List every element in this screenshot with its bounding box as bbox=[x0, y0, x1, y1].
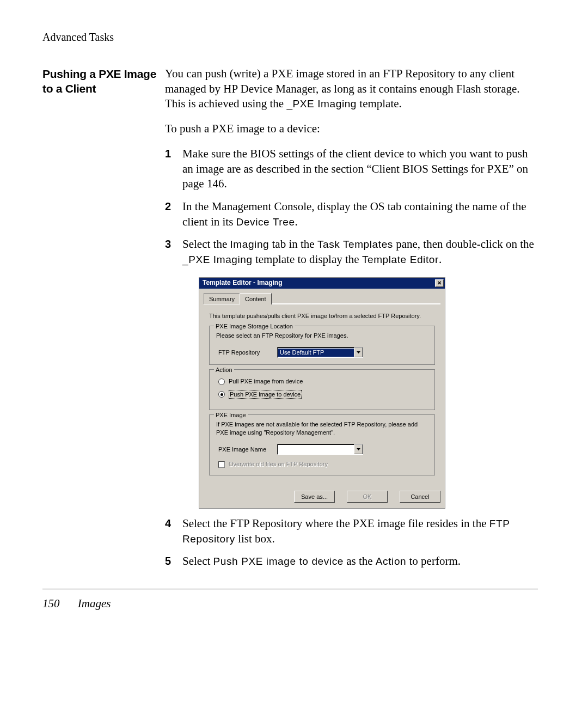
step-3-code-h: Template Editor bbox=[362, 254, 439, 265]
group-pxe-storage-legend: PXE Image Storage Location bbox=[214, 322, 295, 331]
step-4-text-c: list box. bbox=[235, 532, 275, 545]
step-3-text-c: tab in the bbox=[269, 237, 317, 251]
intro-code-1: _PXE Imaging bbox=[286, 98, 357, 109]
group-action-legend: Action bbox=[214, 366, 234, 374]
tab-summary[interactable]: Summary bbox=[204, 293, 240, 304]
step-number-2: 2 bbox=[165, 199, 182, 229]
group-pxe-image: PXE Image If PXE images are not availabl… bbox=[209, 414, 435, 475]
pxe-image-name-combo[interactable] bbox=[277, 444, 363, 455]
step-3-code-b: Imaging bbox=[230, 239, 269, 250]
radio-push-pxe[interactable]: Push PXE image to device bbox=[218, 390, 428, 399]
step-number-5: 5 bbox=[165, 554, 182, 569]
step-5-code-d: Action bbox=[376, 556, 406, 567]
ftp-repository-label: FTP Repository bbox=[218, 349, 267, 357]
radio-pull-pxe-label: Pull PXE image from device bbox=[229, 377, 303, 386]
radio-pull-pxe[interactable]: Pull PXE image from device bbox=[218, 377, 428, 386]
step-4-body: Select the FTP Repository where the PXE … bbox=[182, 516, 538, 546]
svg-marker-1 bbox=[357, 448, 360, 450]
step-2-code-b: Device Tree bbox=[236, 216, 295, 228]
pxe-image-name-label: PXE Image Name bbox=[218, 446, 267, 454]
intro-paragraph: You can push (write) a PXE image stored … bbox=[165, 66, 538, 112]
overwrite-checkbox[interactable]: Overwrite old files on FTP Repository bbox=[218, 460, 428, 468]
page-header: Advanced Tasks bbox=[42, 31, 538, 44]
radio-push-pxe-label: Push PXE image to device bbox=[229, 390, 302, 399]
group-pxe-storage-text: Please select an FTP Repository for PXE … bbox=[216, 332, 428, 340]
group-pxe-image-legend: PXE Image bbox=[214, 411, 248, 419]
checkbox-icon bbox=[218, 461, 225, 468]
ftp-repository-combo[interactable]: Use Default FTP bbox=[277, 347, 363, 358]
section-heading: Pushing a PXE Image to a Client bbox=[42, 66, 165, 96]
template-editor-dialog: Template Editor - Imaging ✕ Summary Cont… bbox=[199, 277, 445, 509]
group-pxe-image-text: If PXE images are not available for the … bbox=[216, 420, 428, 436]
step-3-text-a: Select the bbox=[182, 237, 230, 251]
ftp-repository-value: Use Default FTP bbox=[278, 349, 354, 357]
save-as-button[interactable]: Save as... bbox=[294, 491, 335, 503]
step-1-body: Make sure the BIOS settings of the clien… bbox=[182, 147, 538, 192]
svg-marker-0 bbox=[357, 351, 360, 353]
step-number-4: 4 bbox=[165, 516, 182, 546]
step-5-body: Select Push PXE image to device as the A… bbox=[182, 554, 538, 569]
step-4-text-a: Select the FTP Repository where the PXE … bbox=[182, 517, 489, 530]
chevron-down-icon[interactable] bbox=[354, 444, 363, 454]
step-3-code-d: Task Templates bbox=[317, 239, 393, 250]
dialog-titlebar[interactable]: Template Editor - Imaging ✕ bbox=[199, 278, 445, 289]
tab-strip: Summary Content bbox=[199, 289, 445, 304]
step-2-body: In the Management Console, display the O… bbox=[182, 199, 538, 229]
radio-icon bbox=[218, 379, 225, 385]
page-number: 150 bbox=[42, 597, 60, 610]
close-icon[interactable]: ✕ bbox=[435, 279, 444, 287]
group-pxe-storage: PXE Image Storage Location Please select… bbox=[209, 326, 435, 365]
step-3-code-f: _PXE Imaging bbox=[182, 254, 253, 265]
step-3-text-i: . bbox=[439, 253, 442, 266]
step-5-code-b: Push PXE image to device bbox=[213, 556, 344, 567]
step-number-3: 3 bbox=[165, 237, 182, 267]
step-3-text-g: template to display the bbox=[253, 253, 362, 266]
step-3-text-e: pane, then double-click on the bbox=[393, 237, 534, 251]
intro-text-2: template. bbox=[357, 97, 402, 110]
tab-content[interactable]: Content bbox=[240, 293, 272, 305]
step-list-continued: 4 Select the FTP Repository where the PX… bbox=[165, 516, 538, 569]
step-2-text-a: In the Management Console, display the O… bbox=[182, 200, 526, 228]
lead-sentence: To push a PXE image to a device: bbox=[165, 121, 538, 137]
step-5-text-c: as the bbox=[344, 554, 376, 567]
group-action: Action Pull PXE image from device Push P… bbox=[209, 369, 435, 410]
dialog-title: Template Editor - Imaging bbox=[203, 279, 282, 288]
page-footer: 150 Images bbox=[0, 589, 588, 611]
step-number-1: 1 bbox=[165, 147, 182, 192]
overwrite-checkbox-label: Overwrite old files on FTP Repository bbox=[229, 460, 328, 468]
step-2-text-c: . bbox=[295, 215, 298, 228]
step-list: 1 Make sure the BIOS settings of the cli… bbox=[165, 147, 538, 267]
cancel-button[interactable]: Cancel bbox=[400, 491, 440, 503]
footer-section: Images bbox=[78, 597, 111, 610]
step-5-text-a: Select bbox=[182, 554, 213, 567]
dialog-description: This template pushes/pulls client PXE im… bbox=[209, 312, 435, 320]
step-5-text-e: to perform. bbox=[406, 554, 461, 567]
radio-icon bbox=[218, 391, 225, 398]
step-3-body: Select the Imaging tab in the Task Templ… bbox=[182, 237, 538, 267]
ok-button[interactable]: OK bbox=[347, 491, 388, 503]
chevron-down-icon[interactable] bbox=[354, 347, 363, 357]
